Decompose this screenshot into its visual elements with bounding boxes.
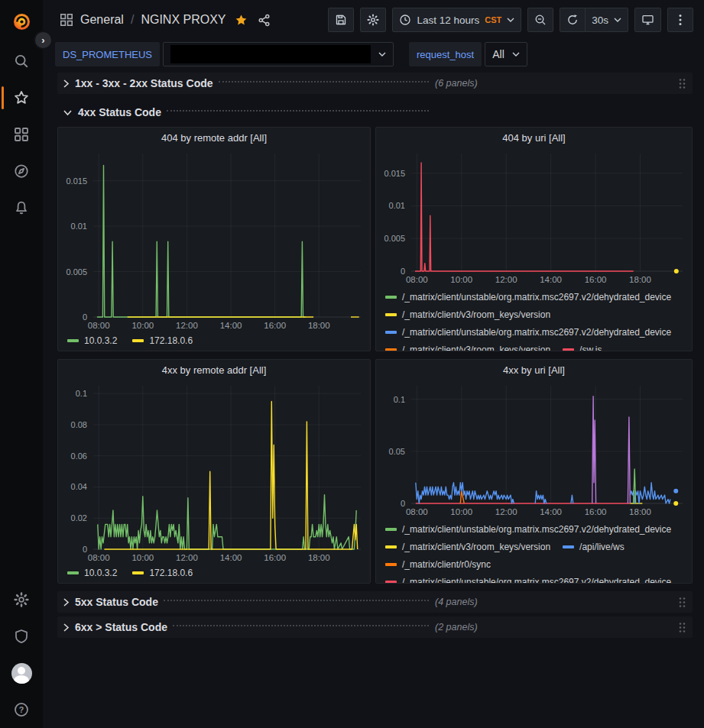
legend-label[interactable]: 10.0.3.2 — [84, 568, 117, 578]
row-drag-handle[interactable] — [678, 622, 686, 633]
nav-sidebar: ? — [0, 0, 43, 728]
svg-text:10:00: 10:00 — [450, 275, 472, 284]
chart-canvas[interactable]: 08:0010:0012:0014:0016:0018:0000.0050.01… — [58, 147, 370, 332]
save-icon — [335, 14, 347, 26]
sidebar-item-alerting[interactable] — [0, 189, 43, 226]
monitor-icon — [641, 14, 654, 26]
svg-text:08:00: 08:00 — [88, 321, 110, 330]
refresh-button[interactable] — [560, 8, 586, 32]
legend-label[interactable]: /_matrix/client/unstable/org.matrix.msc2… — [402, 292, 671, 303]
legend-label[interactable]: /_matrix/client/unstable/org.matrix.msc2… — [402, 327, 671, 338]
breadcrumb-folder-link[interactable]: General — [80, 13, 124, 27]
chart-area[interactable]: 08:0010:0012:0014:0016:0018:0000.050.1 — [376, 380, 692, 519]
chart-area[interactable]: 08:0010:0012:0014:0016:0018:0000.0050.01… — [58, 147, 370, 332]
legend-label[interactable]: 172.18.0.6 — [149, 335, 193, 346]
variable-value-ds-prometheus[interactable] — [163, 42, 394, 66]
sidebar-item-help[interactable]: ? — [0, 691, 43, 728]
shield-icon — [14, 629, 29, 644]
dashboard-row-6xx[interactable]: 6xx > Status Code (2 panels) — [57, 616, 693, 638]
chart-area[interactable]: 08:0010:0012:0014:0016:0018:0000.0050.01… — [376, 147, 692, 286]
dashboard-row-4xx[interactable]: 4xx Status Code — [57, 102, 693, 123]
panel-legend: 10.0.3.2172.18.0.6 — [58, 565, 370, 583]
row-panel-count: (6 panels) — [435, 78, 478, 89]
row-panel-count: (4 panels) — [435, 597, 478, 607]
legend-label[interactable]: /_matrix/client/unstable/org.matrix.msc2… — [402, 524, 671, 535]
series-color-swatch — [67, 339, 79, 342]
refresh-interval-select[interactable]: 30s — [586, 8, 628, 32]
sidebar-item-profile[interactable] — [0, 655, 43, 691]
legend-label[interactable]: /_matrix/client/unstable/org.matrix.msc2… — [402, 577, 671, 584]
series-color-swatch — [385, 348, 397, 351]
sidebar-item-configuration[interactable] — [0, 581, 43, 618]
kebab-menu-button[interactable] — [667, 8, 693, 32]
sidebar-item-server-admin[interactable] — [0, 618, 43, 655]
sidebar-item-starred[interactable] — [0, 79, 43, 116]
svg-text:0: 0 — [83, 312, 87, 322]
dashboard-row-1xx[interactable]: 1xx - 3xx - 2xx Status Code (6 panels) — [57, 73, 693, 94]
legend-item[interactable]: 172.18.0.6 — [132, 565, 193, 582]
share-dashboard-button[interactable] — [256, 12, 272, 28]
legend-item[interactable]: /api/live/ws — [563, 538, 625, 555]
sidebar-item-explore[interactable] — [0, 153, 43, 189]
svg-text:16:00: 16:00 — [264, 553, 286, 562]
star-dashboard-button[interactable] — [233, 12, 249, 28]
legend-item[interactable]: /sw.js — [563, 341, 602, 351]
svg-text:0.04: 0.04 — [71, 482, 87, 491]
legend-item[interactable]: /_matrix/client/r0/sync — [385, 555, 491, 573]
cycle-view-mode-button[interactable] — [634, 8, 661, 32]
legend-label[interactable]: /sw.js — [579, 345, 602, 351]
variable-value-request-host[interactable]: All — [485, 42, 527, 66]
sidebar-item-dashboards[interactable] — [0, 116, 43, 153]
save-dashboard-button[interactable] — [328, 8, 354, 32]
svg-text:18:00: 18:00 — [629, 275, 651, 284]
row-title: 4xx Status Code — [78, 106, 161, 118]
legend-item[interactable]: /_matrix/client/unstable/org.matrix.msc2… — [385, 573, 671, 583]
grafana-logo-icon — [11, 11, 32, 32]
time-zone-label: CST — [485, 15, 501, 24]
legend-label[interactable]: 10.0.3.2 — [84, 335, 117, 346]
legend-item[interactable]: /_matrix/client/unstable/org.matrix.msc2… — [385, 323, 671, 341]
chart-canvas[interactable]: 08:0010:0012:0014:0016:0018:0000.0050.01… — [376, 147, 692, 286]
row-drag-handle[interactable] — [678, 597, 686, 608]
svg-text:0.02: 0.02 — [71, 513, 87, 523]
chart-canvas[interactable]: 08:0010:0012:0014:0016:0018:0000.020.040… — [58, 380, 370, 565]
legend-item[interactable]: /_matrix/client/unstable/org.matrix.msc2… — [385, 520, 671, 538]
zoom-out-button[interactable] — [527, 8, 553, 32]
panel-4: 4xx by uri [All]08:0010:0012:0014:0016:0… — [375, 359, 693, 584]
legend-label[interactable]: /api/live/ws — [579, 542, 625, 552]
legend-item[interactable]: 10.0.3.2 — [67, 332, 117, 350]
legend-label[interactable]: /_matrix/client/r0/sync — [402, 559, 491, 570]
legend-label[interactable]: /_matrix/client/v3/room_keys/version — [402, 542, 550, 552]
svg-text:12:00: 12:00 — [176, 553, 198, 562]
sidebar-expand-button[interactable]: › — [34, 31, 53, 50]
row-drag-handle[interactable] — [678, 78, 686, 89]
legend-item[interactable]: 172.18.0.6 — [132, 332, 193, 350]
svg-text:0.015: 0.015 — [384, 169, 405, 178]
legend-item[interactable]: /_matrix/client/v3/room_keys/version — [385, 341, 550, 351]
panel-title[interactable]: 4xx by remote addr [All] — [58, 360, 370, 380]
svg-text:08:00: 08:00 — [406, 275, 428, 284]
dashboards-grid-icon — [14, 127, 29, 142]
legend-item[interactable]: /_matrix/client/unstable/org.matrix.msc2… — [385, 288, 671, 306]
sidebar-item-search[interactable] — [0, 43, 43, 79]
legend-label[interactable]: /_matrix/client/v3/room_keys/version — [402, 309, 550, 320]
panel-title[interactable]: 404 by uri [All] — [376, 128, 692, 147]
panel-title[interactable]: 404 by remote addr [All] — [58, 128, 370, 147]
star-filled-icon — [235, 14, 248, 27]
breadcrumb-dashboard-link[interactable]: NGINX PROXY — [141, 13, 225, 27]
series-color-swatch — [385, 296, 397, 299]
time-range-picker[interactable]: Last 12 hours CST — [392, 8, 521, 32]
panel-title[interactable]: 4xx by uri [All] — [376, 360, 692, 380]
chart-area[interactable]: 08:0010:0012:0014:0016:0018:0000.020.040… — [58, 380, 370, 565]
svg-text:12:00: 12:00 — [495, 275, 517, 284]
legend-item[interactable]: 10.0.3.2 — [67, 565, 117, 582]
legend-label[interactable]: /_matrix/client/v3/room_keys/version — [402, 345, 550, 351]
legend-label[interactable]: 172.18.0.6 — [149, 568, 193, 578]
dashboard-settings-button[interactable] — [360, 8, 386, 32]
legend-item[interactable]: /_matrix/client/v3/room_keys/version — [385, 306, 550, 323]
chevron-down-icon — [614, 18, 621, 22]
svg-text:10:00: 10:00 — [450, 507, 472, 516]
legend-item[interactable]: /_matrix/client/v3/room_keys/version — [385, 538, 550, 555]
chart-canvas[interactable]: 08:0010:0012:0014:0016:0018:0000.050.1 — [376, 380, 692, 519]
dashboard-row-5xx[interactable]: 5xx Status Code (4 panels) — [57, 591, 693, 613]
